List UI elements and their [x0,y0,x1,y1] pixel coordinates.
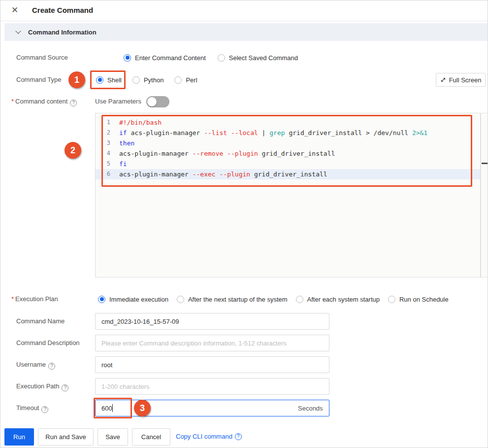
editor-line[interactable]: 3then [96,138,480,148]
radio-icon [296,296,303,303]
execution-plan-label-text: Execution Plan [15,295,58,303]
line-number: 2 [96,128,119,138]
radio-select-saved-command[interactable]: Select Saved Command [218,54,298,62]
create-command-dialog: ✕ Create Command Command Information Com… [0,0,488,448]
full-screen-label: Full Screen [449,76,482,84]
command-name-label: Command Name [16,314,65,328]
timeout-label-text: Timeout [16,404,39,412]
help-icon[interactable]: ? [62,384,68,391]
radio-perl[interactable]: Perl [174,76,197,84]
command-description-input[interactable] [95,335,329,351]
radio-label: After the next startup of the system [188,296,288,303]
radio-label: Perl [186,76,197,84]
timeout-unit: Seconds [298,405,323,412]
command-description-label: Command Description [16,336,80,350]
code-line: then [119,138,134,148]
editor-line[interactable]: 6acs-plugin-manager --exec --plugin grid… [96,169,480,179]
execution-plan-label: *Execution Plan [11,292,58,306]
command-source-label: Command Source [16,51,68,65]
radio-icon [177,296,184,303]
command-name-input[interactable] [95,313,329,330]
line-number: 4 [96,148,119,159]
full-screen-button[interactable]: Full Screen [436,73,486,87]
radio-icon [388,296,395,303]
code-line: fi [119,159,127,169]
close-icon[interactable]: ✕ [11,5,18,15]
radio-selected-icon [96,76,103,84]
radio-selected-icon [124,54,131,62]
code-line: #!/bin/bash [119,117,162,128]
command-type-radio-group: Shell Python Perl [96,73,197,87]
help-icon[interactable]: ? [235,433,242,440]
run-button[interactable]: Run [4,428,34,446]
code-editor[interactable]: 1#!/bin/bash2if acs-plugin-manager --lis… [95,113,481,277]
annotation-badge-2: 2 [65,142,81,159]
dialog-header: ✕ Create Command [0,0,488,21]
execution-path-label-text: Execution Path [16,382,59,390]
help-icon[interactable]: ? [48,363,55,370]
section-title: Command Information [28,29,97,36]
radio-label: Run on Schedule [399,296,449,303]
radio-python[interactable]: Python [132,76,163,84]
execution-path-label: Execution Path? [16,379,68,393]
scrollbar-thumb[interactable] [482,163,488,164]
editor-scrollbar[interactable] [481,113,488,277]
radio-icon [132,76,140,84]
execution-path-input[interactable] [95,378,329,395]
cancel-button[interactable]: Cancel [132,428,170,446]
dialog-title: Create Command [32,6,93,14]
text-cursor [112,404,113,412]
save-button[interactable]: Save [98,428,128,446]
code-line: acs-plugin-manager --exec --plugin grid_… [119,169,327,179]
radio-label: Immediate execution [109,296,168,303]
radio-after-each-startup[interactable]: After each system startup [296,296,380,303]
radio-selected-icon [98,296,105,303]
radio-label: Python [144,76,163,84]
copy-cli-command-link[interactable]: Copy CLI command? [176,433,242,440]
radio-label: Shell [107,76,122,84]
radio-immediate-execution[interactable]: Immediate execution [98,296,168,303]
radio-shell[interactable]: Shell [96,76,122,84]
code-line: acs-plugin-manager --remove --plugin gri… [119,148,335,159]
radio-label: After each system startup [307,296,380,303]
radio-enter-command-content[interactable]: Enter Command Content [124,54,206,62]
use-parameters-label: Use Parameters [95,95,141,108]
line-number: 3 [96,138,119,148]
code-line: if acs-plugin-manager --list --local | g… [119,128,427,138]
command-content-label-text: Command content [15,98,67,105]
timeout-label: Timeout? [16,401,48,415]
copy-cli-label: Copy CLI command [176,433,232,440]
line-number: 5 [96,159,119,169]
editor-line[interactable]: 2if acs-plugin-manager --list --local | … [96,128,480,138]
run-and-save-button[interactable]: Run and Save [38,428,94,446]
radio-after-next-startup[interactable]: After the next startup of the system [177,296,288,303]
radio-icon [218,54,225,62]
required-mark: * [11,295,14,303]
code-editor-lines: 1#!/bin/bash2if acs-plugin-manager --lis… [96,117,480,179]
annotation-badge-3: 3 [134,400,151,416]
required-mark: * [11,98,14,105]
section-command-information[interactable]: Command Information [4,23,488,41]
command-content-label: *Command content? [11,95,77,108]
annotation-badge-1: 1 [68,71,85,88]
username-label: Username? [16,358,55,372]
radio-label: Enter Command Content [135,54,206,62]
help-icon[interactable]: ? [41,406,48,413]
toggle-knob [147,97,157,106]
editor-line[interactable]: 1#!/bin/bash [96,117,480,128]
line-number: 1 [96,117,119,128]
radio-icon [174,76,182,84]
line-number: 6 [96,169,119,179]
editor-line[interactable]: 5fi [96,159,480,169]
username-input[interactable] [95,356,329,373]
execution-plan-radio-group: Immediate execution After the next start… [98,292,449,306]
radio-label: Select Saved Command [229,54,298,62]
expand-icon [440,77,446,83]
username-label-text: Username [16,361,46,368]
radio-run-on-schedule[interactable]: Run on Schedule [388,296,449,303]
help-icon[interactable]: ? [70,100,77,106]
chevron-down-icon [15,28,21,34]
use-parameters-toggle[interactable] [146,96,169,107]
editor-line[interactable]: 4acs-plugin-manager --remove --plugin gr… [96,148,480,159]
timeout-input[interactable] [95,400,329,416]
